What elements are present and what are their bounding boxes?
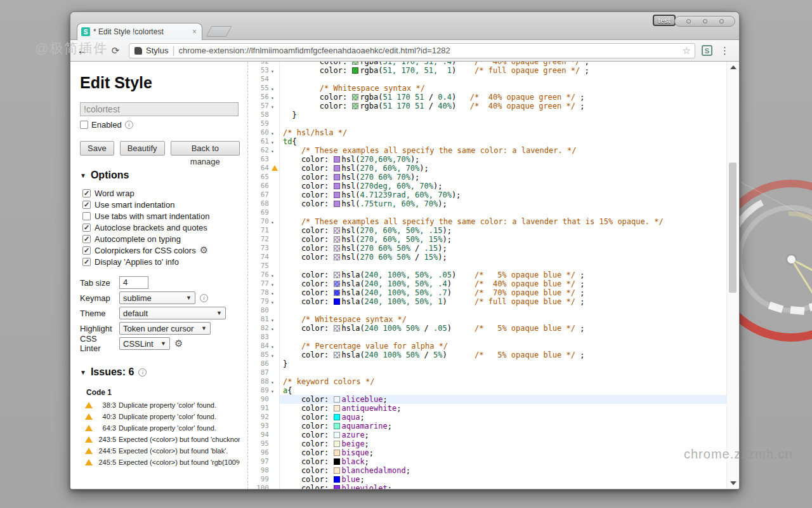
scroll-up-icon[interactable] xyxy=(730,65,737,69)
setting-select[interactable]: Token under cursor▼ xyxy=(119,322,211,335)
line-text[interactable]: color: aliceblue; xyxy=(279,395,726,404)
maximize-button[interactable] xyxy=(703,19,707,23)
line-text[interactable]: a{ xyxy=(279,386,726,395)
line-text[interactable] xyxy=(279,75,726,84)
code-line[interactable]: 98 color: blanchedalmond; xyxy=(248,466,726,475)
code-line[interactable]: 87 xyxy=(248,368,726,377)
line-text[interactable]: color: hsla(240 100% 50% / .05) /* 5% op… xyxy=(279,324,726,333)
line-text[interactable]: color: aquamarine; xyxy=(279,422,726,431)
info-icon[interactable]: i xyxy=(138,368,147,377)
gear-icon[interactable]: ⚙ xyxy=(174,339,183,348)
color-swatch[interactable] xyxy=(334,467,340,474)
color-swatch[interactable] xyxy=(334,405,340,411)
line-text[interactable]: color: hsla(240, 100%, 50%, .4) /* 40% o… xyxy=(279,279,726,288)
color-swatch[interactable] xyxy=(334,174,340,180)
color-swatch[interactable] xyxy=(334,414,340,420)
page-scrollbar[interactable] xyxy=(726,62,739,489)
fold-arrow-icon[interactable]: ▾ xyxy=(271,86,274,92)
code-line[interactable]: 76▾ color: hsla(240, 100%, 50%, .05) /* … xyxy=(248,271,726,279)
titlebar[interactable]: S * Edit Style !colortest × test xyxy=(70,12,739,40)
code-line[interactable]: 63 color: hsl(270,60%,70%); xyxy=(248,155,726,164)
color-swatch[interactable] xyxy=(334,458,340,465)
fold-arrow-icon[interactable]: ▾ xyxy=(271,353,274,359)
code-line[interactable]: 94 color: azure; xyxy=(248,431,726,439)
code-line[interactable]: 60▾/* hsl/hsla */ xyxy=(248,128,726,137)
close-button[interactable] xyxy=(719,19,724,23)
line-text[interactable]: color: rgba(51, 170, 51, .4) /* 40% opaq… xyxy=(279,62,726,66)
option-checkbox[interactable]: ✓ xyxy=(82,201,91,209)
color-swatch[interactable] xyxy=(334,325,340,331)
back-icon[interactable]: ← xyxy=(74,44,91,57)
color-swatch[interactable] xyxy=(334,227,340,234)
line-text[interactable]: color: hsl(.75turn, 60%, 70%); xyxy=(279,199,726,208)
fold-arrow-icon[interactable]: ▾ xyxy=(271,380,274,385)
code-line[interactable]: 53▾ color: rgba(51, 170, 51, 1) /* full … xyxy=(248,66,726,75)
line-text[interactable]: /* Percentage value for alpha */ xyxy=(279,342,726,351)
line-text[interactable]: color: blue; xyxy=(279,475,726,484)
code-line[interactable]: 78▾ color: hsla(240, 100%, 50%, .7) /* 7… xyxy=(248,288,726,297)
line-text[interactable]: color: hsla(240 100% 50% / 5%) /* 5% opa… xyxy=(279,351,726,359)
code-line[interactable]: 82▾ color: hsla(240 100% 50% / .05) /* 5… xyxy=(248,324,726,333)
fold-arrow-icon[interactable]: ▾ xyxy=(271,300,274,305)
line-text[interactable] xyxy=(279,262,726,271)
lint-issue-row[interactable]: 64:3Duplicate property 'color' found. xyxy=(85,422,240,434)
code-line[interactable]: 59 xyxy=(248,119,726,128)
code-line[interactable]: 86} xyxy=(248,359,726,368)
code-line[interactable]: 67 color: hsl(4.71239rad, 60%, 70%); xyxy=(248,190,726,199)
color-swatch[interactable] xyxy=(334,183,340,189)
line-text[interactable]: color: rgba(51 170 51 / 40%) /* 40% opaq… xyxy=(279,102,726,110)
line-text[interactable]: color: hsla(240, 100%, 50%, 1) /* full o… xyxy=(279,297,726,306)
tab-close-icon[interactable]: × xyxy=(191,27,198,36)
code-line[interactable]: 65 color: hsl(270 60% 70%); xyxy=(248,173,726,182)
code-line[interactable]: 95 color: beige; xyxy=(248,439,726,448)
color-swatch[interactable] xyxy=(334,192,340,198)
test-badge[interactable]: test xyxy=(653,15,676,26)
color-swatch[interactable] xyxy=(334,290,340,296)
style-name-input[interactable]: !colortest xyxy=(80,102,239,116)
fold-arrow-icon[interactable]: ▾ xyxy=(271,220,274,225)
code-line[interactable]: 75 xyxy=(248,262,726,271)
options-section-header[interactable]: ▼ Options xyxy=(80,170,240,181)
code-line[interactable]: 55▾ /* Whitespace syntax */ xyxy=(248,84,726,93)
line-text[interactable]: color: black; xyxy=(279,457,726,466)
line-text[interactable]: color: hsl(270deg, 60%, 70%); xyxy=(279,182,726,190)
color-swatch[interactable] xyxy=(334,450,340,456)
option-checkbox[interactable]: ✓ xyxy=(82,189,91,197)
code-line[interactable]: 80 xyxy=(248,306,726,315)
line-text[interactable]: color: hsl(270, 60%, 70%); xyxy=(279,164,726,173)
info-icon[interactable]: i xyxy=(200,294,208,302)
lint-issue-row[interactable]: 243:5Expected (<color>) but found 'chuck… xyxy=(85,434,240,445)
fold-arrow-icon[interactable]: ▾ xyxy=(271,131,274,137)
option-checkbox[interactable] xyxy=(82,212,91,220)
color-swatch[interactable] xyxy=(334,165,340,171)
line-text[interactable]: color: hsl(270 60% 50% / 15%); xyxy=(279,253,726,262)
issues-section-header[interactable]: ▼ Issues: 6 i xyxy=(80,366,240,378)
code-line[interactable]: 83 xyxy=(248,333,726,342)
code-line[interactable]: 72 color: hsl(270, 60%, 50%, 15%); xyxy=(248,235,726,244)
line-text[interactable]: color: hsl(270, 60%, 50%, 15%); xyxy=(279,235,726,244)
line-text[interactable]: color: bisque; xyxy=(279,448,726,457)
color-swatch[interactable] xyxy=(334,423,340,429)
line-text[interactable]: color: aqua; xyxy=(279,413,726,422)
code-line[interactable]: 64 color: hsl(270, 60%, 70%); xyxy=(248,164,726,173)
lint-issue-row[interactable]: 244:5Expected (<color>) but found 'blak'… xyxy=(85,445,240,457)
code-line[interactable]: 58 } xyxy=(248,110,726,119)
enabled-checkbox[interactable] xyxy=(80,121,88,129)
color-swatch[interactable] xyxy=(352,103,358,109)
info-icon[interactable]: i xyxy=(125,121,133,129)
line-text[interactable]: /* keyword colors */ xyxy=(279,377,726,386)
code-line[interactable]: 84▾ /* Percentage value for alpha */ xyxy=(248,342,726,351)
line-text[interactable]: /* hsl/hsla */ xyxy=(279,128,726,137)
lint-issue-row[interactable]: 38:3Duplicate property 'color' found. xyxy=(85,399,240,411)
fold-arrow-icon[interactable]: ▾ xyxy=(271,104,274,110)
option-checkbox[interactable]: ✓ xyxy=(82,224,91,232)
bookmark-star-icon[interactable]: ☆ xyxy=(683,45,691,57)
line-text[interactable]: color: hsl(270, 60%, 50%, .15); xyxy=(279,226,726,235)
code-line[interactable]: 74 color: hsl(270 60% 50% / 15%); xyxy=(248,253,726,262)
code-line[interactable]: 66 color: hsl(270deg, 60%, 70%); xyxy=(248,182,726,190)
fold-arrow-icon[interactable]: ▾ xyxy=(271,273,274,279)
code-line[interactable]: 62▾ /* These examples all specify the sa… xyxy=(248,146,726,155)
code-line[interactable]: 70▾ /* These examples all specify the sa… xyxy=(248,217,726,226)
fold-arrow-icon[interactable]: ▾ xyxy=(271,282,274,288)
code-editor[interactable]: 52 color: rgba(51, 170, 51, .4) /* 40% o… xyxy=(248,62,726,489)
